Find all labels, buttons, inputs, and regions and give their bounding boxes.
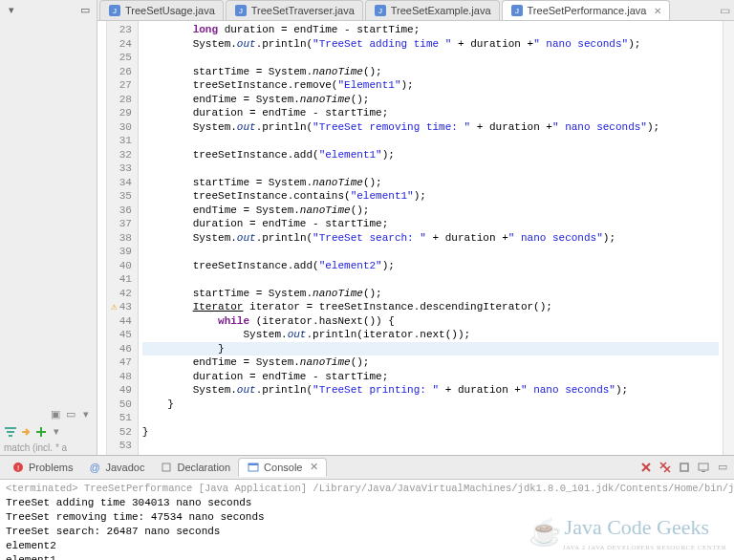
code-line[interactable] — [142, 411, 719, 425]
pin-console-icon[interactable] — [677, 460, 692, 475]
bottom-tab-label: Javadoc — [105, 462, 144, 473]
console-line: TreeSet adding time 304013 nano seconds — [6, 496, 728, 510]
console-output[interactable]: <terminated> TreeSetPerformance [Java Ap… — [0, 480, 734, 561]
svg-rect-1 — [7, 431, 14, 433]
declaration-icon — [160, 461, 173, 474]
editor-tab[interactable]: JTreeSetUsage.java — [99, 0, 224, 20]
code-line[interactable]: startTime = System.nanoTime(); — [142, 65, 719, 79]
editor-panel: JTreeSetUsage.javaJTreeSetTraverser.java… — [97, 0, 734, 455]
tab-label: TreeSetUsage.java — [125, 5, 215, 16]
code-line[interactable] — [142, 272, 719, 287]
svg-rect-0 — [5, 427, 16, 429]
editor-tab[interactable]: JTreeSetTraverser.java — [226, 0, 363, 20]
code-line[interactable]: System.out.println("TreeSet adding time … — [142, 37, 719, 52]
vertical-scrollbar[interactable] — [723, 21, 734, 455]
svg-text:J: J — [113, 7, 117, 15]
editor-tab-bar: JTreeSetUsage.javaJTreeSetTraverser.java… — [97, 0, 734, 21]
warning-icon[interactable]: ⚠ — [111, 301, 118, 312]
bottom-tab-declaration[interactable]: Declaration — [152, 458, 238, 477]
code-line[interactable]: while (iterator.hasNext()) { — [142, 314, 719, 329]
code-editor[interactable]: long duration = endTime - startTime; Sys… — [139, 21, 723, 455]
tab-label: TreeSetPerformance.java — [528, 5, 647, 16]
left-sidebar: ▾ ▭ ▣ ▭ ▾ ▾ match (incl. * a — [0, 0, 97, 455]
code-line[interactable]: } — [142, 425, 719, 440]
add-icon[interactable] — [34, 425, 48, 439]
code-line[interactable]: System.out.println("TreeSet search: " + … — [142, 231, 719, 246]
java-file-icon: J — [510, 4, 524, 17]
code-line[interactable] — [142, 134, 719, 148]
svg-text:J: J — [378, 7, 382, 15]
code-line[interactable]: System.out.println("TreeSet removing tim… — [142, 120, 719, 135]
menu-icon[interactable]: ▾ — [50, 425, 63, 439]
code-line[interactable]: } — [142, 342, 719, 356]
console-process-header: <terminated> TreeSetPerformance [Java Ap… — [6, 482, 728, 496]
code-line[interactable]: startTime = System.nanoTime(); — [142, 176, 719, 190]
svg-rect-19 — [702, 471, 705, 472]
view-icon-3[interactable]: ▾ — [79, 408, 93, 421]
tab-label: TreeSetTraverser.java — [251, 5, 355, 16]
bottom-tab-bar: !Problems@JavadocDeclarationConsole ✕ ▭ — [0, 456, 734, 480]
code-line[interactable]: treeSetInstance.add("element1"); — [142, 148, 719, 162]
editor-tab[interactable]: JTreeSetExample.java — [365, 0, 500, 20]
code-line[interactable]: long duration = endTime - startTime; — [142, 23, 719, 37]
open-console-icon[interactable]: ▭ — [715, 460, 730, 475]
console-icon — [247, 461, 260, 474]
tab-close-icon[interactable]: ✕ — [654, 6, 661, 16]
code-line[interactable]: duration = endTime - startTime; — [142, 370, 719, 384]
tab-label: TreeSetExample.java — [391, 5, 491, 16]
tab-close-icon[interactable]: ✕ — [310, 461, 318, 473]
code-line[interactable] — [142, 439, 719, 453]
code-line[interactable]: endTime = System.nanoTime(); — [142, 93, 719, 107]
bottom-tab-label: Console — [264, 462, 302, 473]
code-line[interactable]: } — [142, 398, 719, 412]
folding-ruler[interactable] — [97, 21, 107, 455]
bottom-tab-label: Problems — [29, 462, 73, 473]
code-line[interactable]: startTime = System.nanoTime(); — [142, 287, 719, 301]
svg-rect-16 — [248, 463, 258, 465]
bottom-tab-console[interactable]: Console ✕ — [238, 458, 327, 477]
filter-icon[interactable] — [4, 425, 17, 439]
svg-rect-14 — [162, 463, 170, 471]
collapse-icon[interactable]: ▾ — [4, 2, 19, 17]
remove-launch-icon[interactable] — [638, 460, 654, 475]
code-line[interactable] — [142, 245, 719, 259]
minimize-icon[interactable]: ▭ — [77, 2, 93, 17]
svg-text:!: ! — [17, 463, 19, 472]
line-gutter: 2324252627282930313233343536373839404142… — [107, 21, 139, 455]
javadoc-icon: @ — [88, 461, 101, 474]
svg-rect-18 — [699, 463, 708, 470]
view-icon-2[interactable]: ▭ — [64, 408, 77, 421]
match-hint: match (incl. * a — [0, 441, 97, 455]
remove-all-icon[interactable] — [658, 460, 673, 475]
java-file-icon: J — [108, 4, 121, 17]
editor-tab[interactable]: JTreeSetPerformance.java✕ — [502, 0, 671, 20]
code-line[interactable]: duration = endTime - startTime; — [142, 217, 719, 231]
arrow-right-icon[interactable] — [19, 425, 32, 439]
code-line[interactable]: System.out.println(iterator.next()); — [142, 328, 719, 342]
code-line[interactable] — [142, 51, 719, 65]
code-line[interactable]: treeSetInstance.remove("Element1"); — [142, 78, 719, 93]
bottom-tab-problems[interactable]: !Problems — [4, 458, 80, 477]
svg-text:@: @ — [90, 462, 100, 473]
code-line[interactable]: System.out.println("TreeSet printing: " … — [142, 383, 719, 398]
code-line[interactable]: endTime = System.nanoTime(); — [142, 355, 719, 370]
code-line[interactable]: treeSetInstance.contains("element1"); — [142, 189, 719, 204]
maximize-icon[interactable]: ▭ — [720, 4, 730, 17]
svg-rect-2 — [9, 435, 12, 437]
java-file-icon: J — [374, 4, 387, 17]
problems-icon: ! — [11, 461, 25, 474]
code-line[interactable]: Iterator iterator = treeSetInstance.desc… — [142, 300, 719, 314]
svg-text:J: J — [515, 7, 519, 15]
bottom-panel: !Problems@JavadocDeclarationConsole ✕ ▭ … — [0, 455, 734, 561]
code-line[interactable]: duration = endTime - startTime; — [142, 106, 719, 120]
watermark-logo: ☕ Java Code Geeks JAVA 2 JAVA DEVELOPERS… — [529, 520, 726, 555]
code-line[interactable]: treeSetInstance.add("element2"); — [142, 259, 719, 273]
display-console-icon[interactable] — [696, 460, 711, 475]
java-file-icon: J — [234, 4, 248, 17]
code-line[interactable] — [142, 162, 719, 176]
bottom-tab-label: Declaration — [177, 462, 230, 473]
svg-text:J: J — [239, 7, 243, 15]
bottom-tab-javadoc[interactable]: @Javadoc — [80, 458, 152, 477]
view-icon-1[interactable]: ▣ — [49, 408, 62, 421]
code-line[interactable]: endTime = System.nanoTime(); — [142, 204, 719, 218]
